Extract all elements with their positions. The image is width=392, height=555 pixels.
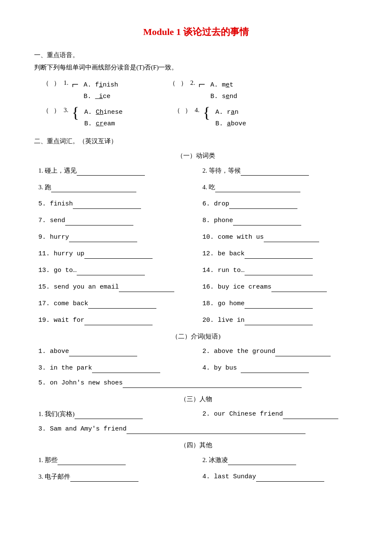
paren-4: （ ） xyxy=(174,107,191,115)
vocab-item-3: 3. 跑 xyxy=(38,182,194,193)
subsection1-title: （一）动词类 xyxy=(34,152,358,160)
phonetics-pair-2: （ ） 3. { A. Chinese B. cream （ ） 4. { A.… xyxy=(43,107,358,130)
vocab-grid-people: 1. 我们(宾格) 2. our Chinese friend xyxy=(38,408,358,420)
vocab-item-10: 10. come with us xyxy=(202,231,358,243)
vocab-item-12: 12. be back xyxy=(202,248,358,260)
vocab-item-11: 11. hurry up xyxy=(38,248,194,260)
bracket-group-3: A. Chinese B. cream xyxy=(84,107,123,130)
phon-item-2: （ ） 2. ⌐ A. met B. send xyxy=(169,79,237,102)
subsection4-title: （四）其他 xyxy=(34,441,358,449)
num-3: 3. xyxy=(63,107,68,114)
other-item-3: 3. 电子邮件 xyxy=(38,471,194,483)
num-4: 4. xyxy=(195,107,199,114)
phonetics-group: （ ） 1. ⌐ A. finish B. _ice （ ） 2. ⌐ A. m… xyxy=(43,79,358,130)
bracket-item-2b: B. send xyxy=(210,91,237,102)
vocab-item-13: 13. go to… xyxy=(38,265,194,276)
vocab-item-15: 15. send you an email xyxy=(38,281,194,293)
bracket-1: ⌐ xyxy=(72,78,79,90)
paren-1: （ ） xyxy=(43,79,60,87)
phonetics-pair-1: （ ） 1. ⌐ A. finish B. _ice （ ） 2. ⌐ A. m… xyxy=(43,79,358,102)
section1-header: 一、重点语音。 xyxy=(34,51,358,59)
num-1: 1. xyxy=(63,79,68,87)
bracket-4: { xyxy=(203,105,210,120)
vocab-item-1: 1. 碰上，遇见 xyxy=(38,165,194,176)
num-2: 2. xyxy=(190,79,195,87)
phon-item-4: （ ） 4. { A. ran B. above xyxy=(174,107,246,130)
vocab-item-7: 7. send xyxy=(38,215,194,226)
people-item-2: 2. our Chinese friend xyxy=(202,408,358,420)
subsection3-title: （三）人物 xyxy=(34,395,358,403)
section1-instruction: 判断下列每组单词中画线部分读音是(T)否(F)一致。 xyxy=(34,64,358,72)
other-item-2: 2. 冰激凌 xyxy=(202,454,358,466)
phon-item-1: （ ） 1. ⌐ A. finish B. _ice xyxy=(43,79,118,102)
bracket-item-3a: A. Chinese xyxy=(84,107,123,118)
bracket-group-2: A. met B. send xyxy=(210,79,237,102)
bracket-2: ⌐ xyxy=(199,78,205,90)
vocab-grid-verbs: 1. 碰上，遇见 2. 等待，等候 3. 跑 4. 吃 5. finish 6.… xyxy=(38,165,358,326)
vocab-grid-prep: 1. above 2. above the ground 3. in the p… xyxy=(38,346,358,374)
bracket-item-1b: B. _ice xyxy=(84,91,118,102)
phon-item-3: （ ） 3. { A. Chinese B. cream xyxy=(43,107,123,130)
vocab-item-19: 19. wait for xyxy=(38,315,194,326)
subsection2-title: （二）介词(短语) xyxy=(34,332,358,341)
bracket-group-4: A. ran B. above xyxy=(216,107,246,130)
vocab-item-8: 8. phone xyxy=(202,215,358,226)
vocab-grid-other: 1. 那些 2. 冰激凌 3. 电子邮件 4. last Sunday xyxy=(38,454,358,483)
vocab-item-5: 5. finish xyxy=(38,198,194,210)
bracket-item-2a: A. met xyxy=(210,79,237,91)
people-item-1: 1. 我们(宾格) xyxy=(38,408,194,420)
vocab-item-14: 14. run to… xyxy=(202,265,358,276)
prep-item-2: 2. above the ground xyxy=(202,346,358,357)
vocab-item-16: 16. buy ice creams xyxy=(202,281,358,293)
bracket-item-3b: B. cream xyxy=(84,118,123,130)
people-item-3: 3. Sam and Amy's friend xyxy=(38,423,358,435)
page-title: Module 1 谈论过去的事情 xyxy=(34,26,358,38)
bracket-item-1a: A. finish xyxy=(84,79,118,91)
vocab-item-6: 6. drop xyxy=(202,198,358,210)
bracket-item-4a: A. ran xyxy=(216,107,246,118)
vocab-item-2: 2. 等待，等候 xyxy=(202,165,358,176)
vocab-item-17: 17. come back xyxy=(38,298,194,309)
bracket-item-4b: B. above xyxy=(216,118,246,130)
bracket-group-1: A. finish B. _ice xyxy=(84,79,118,102)
prep-item-4: 4. by bus xyxy=(202,362,358,374)
paren-3: （ ） xyxy=(43,107,60,115)
vocab-item-4: 4. 吃 xyxy=(202,182,358,193)
prep-item-1: 1. above xyxy=(38,346,194,357)
section2-header: 二、重点词汇。（英汉互译） xyxy=(34,137,358,145)
vocab-item-18: 18. go home xyxy=(202,298,358,309)
bracket-3: { xyxy=(72,105,79,120)
prep-item-3: 3. in the park xyxy=(38,362,194,374)
vocab-item-9: 9. hurry xyxy=(38,231,194,243)
other-item-1: 1. 那些 xyxy=(38,454,194,466)
paren-2: （ ） xyxy=(169,79,187,87)
vocab-item-20: 20. live in xyxy=(202,315,358,326)
other-item-4: 4. last Sunday xyxy=(202,471,358,483)
prep-item-5: 5. on John's new shoes xyxy=(38,377,358,389)
